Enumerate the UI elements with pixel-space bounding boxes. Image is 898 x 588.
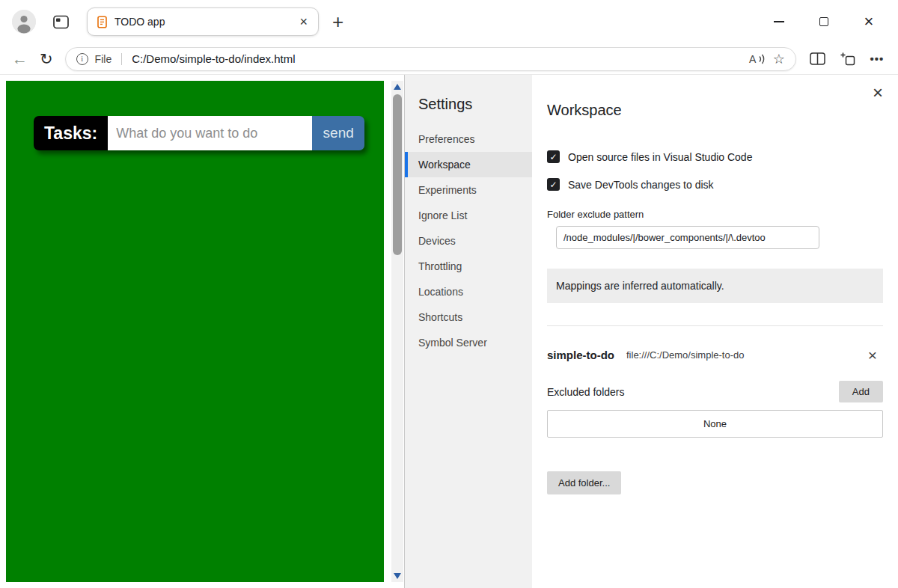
minimize-button[interactable] [769,12,789,31]
settings-menu-icon[interactable]: ••• [868,52,886,65]
add-folder-button[interactable]: Add folder... [547,471,621,494]
scroll-down-arrow-icon [394,573,401,579]
page-scrollbar[interactable] [391,81,403,582]
collections-icon[interactable] [838,52,856,66]
folder-exclude-input[interactable] [556,226,819,249]
excluded-folders-label: Excluded folders [547,386,625,398]
mappings-info-message: Mappings are inferred automatically. [547,269,883,303]
person-icon [12,10,36,34]
read-aloud-icon[interactable]: A [748,52,766,65]
settings-heading: Settings [405,96,532,126]
content-area: Tasks: send Settings Preferences Workspa… [0,75,898,588]
refresh-button[interactable]: ↻ [40,51,53,67]
browser-toolbar: ← ↻ i File C:/Demo/simple-to-do/index.ht… [0,43,898,75]
settings-nav-workspace[interactable]: Workspace [405,152,532,177]
tab-actions-icon[interactable] [51,12,70,31]
address-divider [121,53,122,65]
settings-nav-experiments[interactable]: Experiments [405,177,532,203]
send-button[interactable]: send [312,116,364,150]
new-tab-button[interactable]: + [332,12,343,31]
section-divider [547,325,883,326]
check-icon: ✓ [549,152,557,162]
folder-name: simple-to-do [547,349,614,361]
todo-page-body: Tasks: send [6,81,384,582]
add-excluded-folder-button[interactable]: Add [839,381,883,402]
minimize-icon [774,21,784,22]
save-changes-row[interactable]: ✓ Save DevTools changes to disk [547,178,883,191]
save-changes-label: Save DevTools changes to disk [568,179,714,191]
settings-nav-shortcuts[interactable]: Shortcuts [405,304,532,330]
settings-nav-devices[interactable]: Devices [405,228,532,254]
scroll-down-button[interactable] [391,570,403,582]
window-controls: × [769,12,886,31]
settings-nav: Settings Preferences Workspace Experimen… [405,75,532,588]
settings-nav-ignore-list[interactable]: Ignore List [405,203,532,228]
settings-nav-preferences[interactable]: Preferences [405,126,532,152]
page-favicon-icon [97,16,108,28]
settings-nav-symbol-server[interactable]: Symbol Server [405,330,532,355]
excluded-folders-empty-list: None [547,410,883,438]
devtools-panel: Settings Preferences Workspace Experimen… [404,75,898,588]
settings-close-icon[interactable]: × [873,84,883,102]
maximize-button[interactable] [814,12,834,31]
favorites-star-icon[interactable]: ☆ [773,52,785,66]
remove-folder-icon[interactable]: × [868,347,877,363]
tab-strip: TODO app × + × [0,0,898,43]
scroll-up-button[interactable] [391,81,403,93]
page-info-icon[interactable]: i [76,53,88,65]
settings-nav-locations[interactable]: Locations [405,279,532,304]
open-in-vscode-label: Open source files in Visual Studio Code [568,151,752,163]
scroll-up-arrow-icon [394,84,401,90]
close-icon: × [864,13,874,30]
open-in-vscode-row[interactable]: ✓ Open source files in Visual Studio Cod… [547,150,883,163]
address-bar[interactable]: i File C:/Demo/simple-to-do/index.html A… [65,47,796,71]
workspace-folder-row: simple-to-do file:///C:/Demo/simple-to-d… [547,347,883,363]
excluded-folders-row: Excluded folders Add [547,381,883,402]
workspace-settings-pane: × Workspace ✓ Open source files in Visua… [532,75,898,588]
tab-close-icon[interactable]: × [298,15,309,28]
tab-title: TODO app [114,16,291,28]
maximize-icon [819,17,828,26]
task-bar: Tasks: send [34,116,364,150]
url-text: C:/Demo/simple-to-do/index.html [132,52,295,65]
svg-text:A: A [749,53,757,65]
check-icon: ✓ [549,180,557,190]
save-changes-checkbox[interactable]: ✓ [547,178,560,191]
tasks-label: Tasks: [34,116,108,150]
task-input[interactable] [108,116,312,150]
url-scheme-label: File [95,53,112,65]
workspace-title: Workspace [547,102,883,119]
page-viewport: Tasks: send [0,75,404,588]
back-button[interactable]: ← [12,51,28,67]
settings-nav-throttling[interactable]: Throttling [405,254,532,279]
profile-avatar[interactable] [12,10,36,34]
scrollbar-thumb[interactable] [393,94,402,255]
folder-path: file:///C:/Demo/simple-to-do [626,349,745,361]
open-in-vscode-checkbox[interactable]: ✓ [547,150,560,163]
close-window-button[interactable]: × [859,12,879,31]
browser-tab[interactable]: TODO app × [87,7,319,36]
folder-exclude-label: Folder exclude pattern [547,209,883,220]
split-screen-icon[interactable] [808,52,826,65]
